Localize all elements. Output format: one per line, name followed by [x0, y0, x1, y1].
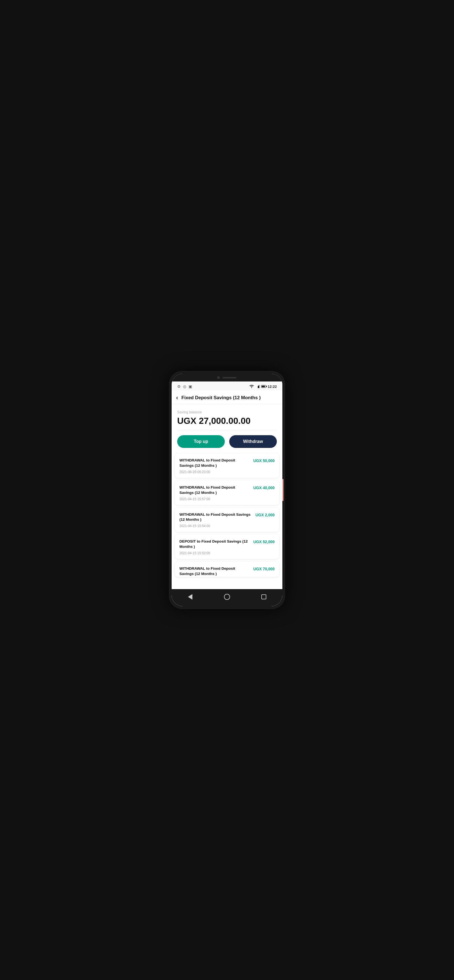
transaction-title: WITHDRAWAL to Fixed Deposit Savings (12 … [179, 485, 250, 496]
back-triangle-icon [188, 594, 193, 600]
transaction-date: 2021-04-15 15:54:00 [179, 524, 252, 528]
settings-icon: ⚙ [177, 384, 181, 389]
signal-icon [255, 385, 260, 388]
topup-button[interactable]: Top up [177, 435, 225, 448]
back-button[interactable]: ‹ [176, 394, 178, 401]
main-content: Saving balance UGX 27,000.00.00 Top up W… [172, 404, 282, 589]
status-right-icons: 12:22 [249, 385, 277, 389]
wifi-icon [249, 385, 254, 388]
nav-back-button[interactable] [185, 592, 195, 602]
transaction-card: WITHDRAWAL to Fixed Deposit Savings (12 … [175, 480, 279, 505]
nav-recents-button[interactable] [259, 592, 269, 602]
scroll-indicator [282, 479, 284, 501]
app-header: ‹ Fixed Deposit Savings (12 Months ) [172, 390, 282, 404]
transaction-date: 2021-06-29 05:23:00 [179, 470, 250, 474]
transaction-title: WITHDRAWAL to Fixed Deposit Savings (12 … [179, 566, 250, 577]
transaction-date: 2021-04-15 15:53:00 [179, 551, 250, 555]
transactions-list: WITHDRAWAL to Fixed Deposit Savings (12 … [172, 453, 282, 581]
transaction-title: WITHDRAWAL to Fixed Deposit Savings (12 … [179, 458, 250, 468]
balance-label: Saving balance [177, 410, 277, 414]
transaction-date: 2021-04-15 15:57:00 [179, 497, 250, 501]
transaction-amount: UGX 50,000 [253, 458, 275, 463]
transaction-info: WITHDRAWAL to Fixed Deposit Savings (12 … [179, 566, 253, 577]
action-buttons: Top up Withdraw [172, 430, 282, 453]
transaction-info: WITHDRAWAL to Fixed Deposit Savings (12 … [179, 485, 253, 501]
home-circle-icon [224, 594, 230, 600]
balance-amount: UGX 27,000.00.00 [177, 416, 277, 426]
status-bar: ⚙ ◎ ▣ [172, 382, 282, 390]
speaker-bar [223, 377, 236, 379]
transaction-amount: UGX 70,000 [253, 566, 275, 571]
phone-frame: ⚙ ◎ ▣ [169, 371, 285, 609]
transaction-card: DEPOSIT to Fixed Deposit Savings (12 Mon… [175, 535, 279, 559]
withdraw-button[interactable]: Withdraw [229, 435, 277, 448]
transaction-card: WITHDRAWAL to Fixed Deposit Savings (12 … [175, 453, 279, 478]
clipboard-icon: ▣ [188, 384, 192, 389]
transaction-card: WITHDRAWAL to Fixed Deposit Savings (12 … [175, 508, 279, 532]
transaction-amount: UGX 52,000 [253, 539, 275, 544]
globe-icon: ◎ [183, 384, 186, 389]
transaction-info: WITHDRAWAL to Fixed Deposit Savings (12 … [179, 458, 253, 474]
nav-home-button[interactable] [222, 592, 232, 602]
camera-area [172, 374, 282, 382]
recents-square-icon [261, 594, 266, 599]
transaction-info: WITHDRAWAL to Fixed Deposit Savings (12 … [179, 512, 255, 528]
transaction-card: WITHDRAWAL to Fixed Deposit Savings (12 … [175, 562, 279, 577]
page-title: Fixed Deposit Savings (12 Months ) [181, 395, 278, 401]
balance-section: Saving balance UGX 27,000.00.00 [172, 404, 282, 430]
transaction-amount: UGX 2,000 [255, 512, 275, 517]
status-left-icons: ⚙ ◎ ▣ [177, 384, 192, 389]
phone-screen: ⚙ ◎ ▣ [172, 374, 282, 606]
battery-icon [261, 385, 266, 388]
transaction-info: DEPOSIT to Fixed Deposit Savings (12 Mon… [179, 539, 253, 555]
bottom-nav [172, 589, 282, 606]
transaction-title: WITHDRAWAL to Fixed Deposit Savings (12 … [179, 512, 252, 523]
camera-dot [217, 376, 220, 379]
transaction-title: DEPOSIT to Fixed Deposit Savings (12 Mon… [179, 539, 250, 549]
transaction-amount: UGX 40,000 [253, 485, 275, 490]
time-display: 12:22 [268, 385, 277, 389]
